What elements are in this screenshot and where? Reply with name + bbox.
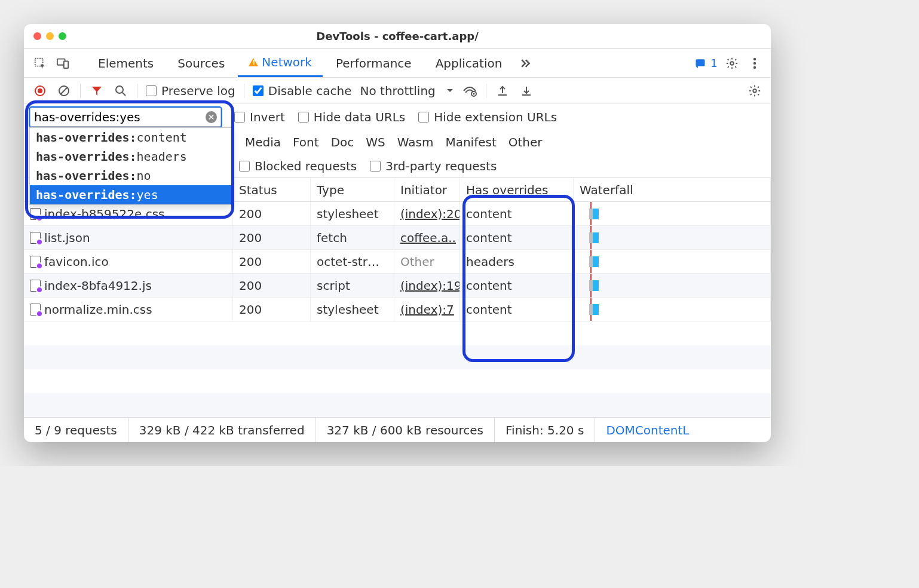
third-party-checkbox[interactable]: 3rd-party requests [370, 159, 497, 173]
chevron-down-icon [446, 88, 454, 93]
suggestion-item[interactable]: has-overrides:headers [30, 147, 232, 166]
divider [244, 84, 244, 98]
throttling-value: No throttling [360, 84, 436, 98]
tab-application[interactable]: Application [425, 49, 513, 77]
column-initiator[interactable]: Initiator [394, 178, 460, 201]
cell-status: 200 [233, 274, 311, 297]
zoom-window-button[interactable] [59, 32, 66, 40]
filter-input[interactable] [34, 110, 206, 124]
cell-name: favicon.ico [24, 250, 233, 273]
svg-point-7 [753, 66, 756, 68]
close-window-button[interactable] [33, 32, 41, 40]
cell-overrides: content [460, 274, 574, 297]
status-domcontentloaded: DOMContentL [595, 418, 700, 442]
type-filter[interactable]: Other [508, 135, 543, 149]
download-icon[interactable] [519, 83, 534, 99]
window-title: DevTools - coffee-cart.app/ [33, 30, 761, 42]
column-type[interactable]: Type [311, 178, 394, 201]
disable-cache-checkbox[interactable]: Disable cache [253, 84, 352, 98]
tab-sources[interactable]: Sources [167, 49, 235, 77]
filter-icon[interactable] [89, 83, 105, 99]
more-menu-icon[interactable] [745, 53, 765, 74]
cell-overrides: content [460, 202, 574, 225]
column-status[interactable]: Status [233, 178, 311, 201]
table-row[interactable]: normalize.min.css200stylesheet(index):7c… [24, 298, 771, 321]
divider [80, 84, 81, 98]
more-tabs-icon[interactable] [515, 53, 535, 74]
clear-button[interactable] [56, 83, 72, 99]
device-toolbar-icon[interactable] [53, 53, 73, 74]
window-controls [33, 32, 66, 40]
suggestion-item[interactable]: has-overrides:content [30, 128, 232, 147]
cell-waterfall [574, 202, 771, 225]
type-filter[interactable]: Wasm [397, 135, 434, 149]
preserve-log-label: Preserve log [161, 84, 235, 98]
tab-performance[interactable]: Performance [325, 49, 422, 77]
type-filter[interactable]: Font [293, 135, 319, 149]
table-row[interactable]: index-8bfa4912.js200script(index):19cont… [24, 274, 771, 298]
file-override-icon [30, 304, 41, 316]
preserve-log-input[interactable] [146, 85, 157, 96]
issues-count: 1 [709, 57, 719, 69]
table-body: index-b859522e.css200stylesheet(index):2… [24, 202, 771, 321]
cell-initiator[interactable]: (index):7 [394, 298, 460, 321]
type-filter[interactable]: Manifest [445, 135, 496, 149]
cell-type: script [311, 274, 394, 297]
disable-cache-input[interactable] [253, 85, 264, 96]
column-has-overrides[interactable]: Has overrides [460, 178, 574, 201]
column-waterfall[interactable]: Waterfall [574, 178, 771, 201]
divider [486, 84, 486, 98]
type-filter[interactable]: Doc [331, 135, 354, 149]
invert-checkbox[interactable]: Invert [234, 110, 285, 124]
tab-elements[interactable]: Elements [87, 49, 164, 77]
cell-type: fetch [311, 226, 394, 249]
status-resources: 327 kB / 600 kB resources [316, 418, 495, 442]
issues-button[interactable]: 1 [694, 53, 719, 74]
svg-point-16 [753, 89, 756, 93]
cell-initiator[interactable]: (index):20 [394, 202, 460, 225]
record-button[interactable] [32, 83, 48, 99]
tab-network-label: Network [262, 55, 312, 69]
svg-point-9 [38, 88, 42, 93]
svg-point-6 [753, 62, 756, 64]
minimize-window-button[interactable] [46, 32, 54, 40]
preserve-log-checkbox[interactable]: Preserve log [146, 84, 235, 98]
cell-name: normalize.min.css [24, 298, 233, 321]
cell-overrides: content [460, 226, 574, 249]
status-transferred: 329 kB / 422 kB transferred [128, 418, 316, 442]
network-toolbar: Preserve log Disable cache No throttling [24, 78, 771, 104]
table-row[interactable]: favicon.ico200octet-str…Otherheaders [24, 250, 771, 274]
network-table: Name Status Type Initiator Has overrides… [24, 178, 771, 417]
table-row[interactable]: list.json200fetchcoffee.a..content [24, 226, 771, 250]
panel-settings-icon[interactable] [747, 83, 762, 99]
type-filter[interactable]: WS [366, 135, 385, 149]
clear-filter-icon[interactable]: ✕ [206, 111, 217, 123]
inspect-icon[interactable] [30, 53, 50, 74]
filter-input-wrap[interactable]: ✕ has-overrides:content has-overrides:he… [30, 108, 221, 127]
empty-space [24, 321, 771, 417]
table-row[interactable]: index-b859522e.css200stylesheet(index):2… [24, 202, 771, 226]
upload-icon[interactable] [495, 83, 510, 99]
network-conditions-icon[interactable] [462, 83, 477, 99]
cell-name: index-b859522e.css [24, 202, 233, 225]
cell-status: 200 [233, 298, 311, 321]
settings-icon[interactable] [722, 53, 742, 74]
throttling-select[interactable]: No throttling [360, 84, 454, 98]
search-icon[interactable] [113, 83, 128, 99]
hide-data-urls-checkbox[interactable]: Hide data URLs [298, 110, 405, 124]
cell-initiator[interactable]: Other [394, 250, 460, 273]
suggestion-item-selected[interactable]: has-overrides:yes [30, 185, 232, 204]
cell-initiator[interactable]: (index):19 [394, 274, 460, 297]
svg-point-15 [473, 93, 474, 94]
status-finish: Finish: 5.20 s [495, 418, 595, 442]
cell-initiator[interactable]: coffee.a.. [394, 226, 460, 249]
status-requests: 5 / 9 requests [24, 418, 128, 442]
type-filter[interactable]: Media [245, 135, 281, 149]
tab-network[interactable]: Network [238, 49, 323, 77]
devtools-window: DevTools - coffee-cart.app/ Elements Sou… [24, 24, 771, 442]
hide-extension-urls-checkbox[interactable]: Hide extension URLs [418, 110, 557, 124]
svg-rect-2 [64, 61, 68, 68]
divider [137, 84, 137, 98]
blocked-requests-checkbox[interactable]: Blocked requests [239, 159, 357, 173]
suggestion-item[interactable]: has-overrides:no [30, 166, 232, 185]
